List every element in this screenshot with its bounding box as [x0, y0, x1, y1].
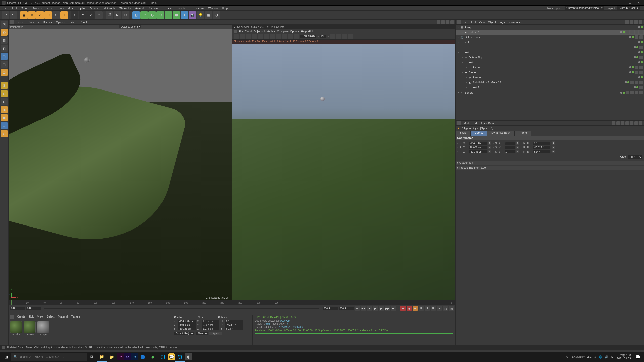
poly-mode[interactable]: ⬓ — [1, 69, 8, 76]
y-axis-toggle[interactable]: Y — [79, 11, 87, 19]
tl-key-param[interactable]: A — [437, 306, 442, 311]
photoshop-icon[interactable]: Ps — [131, 353, 138, 360]
timeline-ruler[interactable]: 0 20 40 60 80 100 120 140 160 180 200 22… — [9, 300, 455, 305]
tree-row[interactable]: ▾▭leaf — [456, 60, 644, 65]
menu-tools[interactable]: Tools — [55, 6, 66, 10]
tree-row[interactable]: ▾●Sphere — [456, 90, 644, 95]
snap-settings[interactable]: ≡ — [1, 122, 8, 129]
camera-tool[interactable]: 📷 — [189, 11, 196, 19]
obj-filter-icon[interactable] — [630, 20, 633, 24]
recent-tool[interactable]: ⊙ — [52, 11, 60, 19]
tray-chevron-icon[interactable]: ʌ — [594, 355, 596, 359]
menu-animate[interactable]: Animate — [133, 6, 147, 10]
menu-modes[interactable]: Modes — [31, 6, 44, 10]
lv-menu-materials[interactable]: Materials — [264, 30, 276, 33]
attr-input[interactable] — [469, 142, 487, 145]
lv-clay[interactable] — [282, 34, 287, 39]
obj-menu-object[interactable]: Object — [488, 21, 496, 24]
rotate-tool[interactable]: ⟲ — [44, 11, 52, 19]
vp-menu-panel[interactable]: Panel — [78, 20, 88, 24]
attr-menu-userdata[interactable]: User Data — [481, 122, 494, 125]
task-view-icon[interactable]: ⧉ — [87, 352, 97, 362]
attr-tab-dynamics[interactable]: Dynamics Body — [487, 131, 515, 136]
light-tool[interactable]: 💡 — [197, 11, 204, 19]
tl-key-more[interactable]: ▤ — [449, 306, 454, 311]
close-button[interactable]: ✕ — [635, 1, 642, 5]
workplane-mode[interactable]: ▦ — [1, 37, 8, 44]
coord-pos-z[interactable] — [178, 327, 196, 330]
attr-menu-edit[interactable]: Edit — [474, 122, 478, 125]
edge-mode[interactable]: ◫ — [1, 61, 8, 68]
tag-tool[interactable]: ◑ — [213, 11, 220, 19]
attr-freeze-section[interactable]: ▸ Freeze Transformation — [456, 166, 644, 170]
vp-nav-4[interactable] — [450, 20, 454, 24]
enable-axis[interactable]: S — [1, 82, 8, 89]
tree-row[interactable]: ▾⬢Cloner — [456, 70, 644, 75]
lv-restart[interactable] — [240, 34, 245, 39]
lv-pick-focus[interactable] — [288, 34, 293, 39]
menu-mograph[interactable]: MoGraph — [101, 6, 117, 10]
coord-size-select[interactable]: Size — [196, 332, 208, 335]
attr-input[interactable] — [469, 150, 487, 153]
lv-settings[interactable] — [258, 34, 263, 39]
perspective-viewport[interactable]: Perspective OctaneCamera ▾ y x — [9, 25, 232, 300]
tray-lang-icon[interactable]: A — [611, 355, 613, 358]
notifications-icon[interactable]: 💬 — [633, 352, 643, 362]
attr-order-select[interactable]: HPB — [628, 155, 642, 159]
object-mode[interactable]: ◧ — [1, 45, 8, 52]
obj-menu-file[interactable]: File — [464, 21, 468, 24]
menu-file[interactable]: File — [2, 6, 10, 10]
obj-more-icon[interactable] — [639, 20, 642, 24]
menu-mesh[interactable]: Mesh — [66, 6, 76, 10]
floor-tool[interactable]: ▦ — [205, 11, 212, 19]
tl-key-pla[interactable]: ⬚ — [443, 306, 448, 311]
vp-menu-display[interactable]: Display — [41, 20, 53, 24]
tree-row[interactable]: ▾●Sphere.1 — [456, 30, 644, 35]
obj-menu-bookmarks[interactable]: Bookmarks — [508, 21, 521, 24]
folder-icon[interactable]: 📁 — [107, 352, 117, 362]
lv-save[interactable] — [330, 34, 335, 39]
coord-system[interactable]: ⊕ — [95, 11, 103, 19]
spline-tool[interactable]: 〰 — [140, 11, 148, 19]
render-settings[interactable]: ⚙ — [122, 11, 129, 19]
material-thumb[interactable]: OctGlos — [24, 321, 36, 336]
tl-keyframe-sel[interactable]: ◆ — [413, 306, 418, 311]
scale-tool[interactable]: ⤢ — [36, 11, 44, 19]
tree-row[interactable]: ▾▭water — [456, 40, 644, 45]
cube-primitive[interactable]: ◧ — [132, 11, 140, 19]
vp-menu-filter[interactable]: Filter — [68, 20, 77, 24]
locked[interactable]: ⊙ — [1, 130, 8, 137]
lv-pause[interactable] — [246, 34, 251, 39]
attr-input[interactable] — [505, 142, 515, 145]
menu-tracker[interactable]: Tracker — [162, 6, 176, 10]
x-axis-toggle[interactable]: X — [71, 11, 78, 19]
nodespace-select[interactable]: Current (Standard/Physical) ▾ — [565, 6, 604, 10]
minimize-button[interactable]: ─ — [618, 1, 625, 5]
tree-row[interactable]: ▾☀OctaneSky — [456, 55, 644, 60]
tl-key-pos[interactable]: P — [419, 306, 424, 311]
coord-size-z[interactable] — [202, 327, 219, 330]
taskbar-clock[interactable]: 오후 7:50 2021-09-03 — [615, 354, 633, 360]
generator-tool[interactable]: ◐ — [148, 11, 156, 19]
tl-end-frame[interactable] — [339, 307, 354, 310]
scene-tool[interactable]: ⬍ — [181, 11, 188, 19]
tree-row[interactable]: ▾▭Plane — [456, 65, 644, 70]
vp-menu-cameras[interactable]: Cameras — [26, 20, 41, 24]
tray-volume-icon[interactable]: 🔊 — [605, 355, 608, 359]
coord-mode-select[interactable]: Object (Rel) — [174, 332, 194, 335]
menu-spline[interactable]: Spline — [76, 6, 88, 10]
model-mode[interactable]: ◳ — [1, 21, 8, 28]
liveviewer-viewport[interactable] — [232, 44, 455, 300]
menu-character[interactable]: Character — [117, 6, 133, 10]
lv-region[interactable] — [276, 34, 281, 39]
tl-play[interactable]: ▶ — [373, 306, 378, 311]
vp-nav-3[interactable] — [446, 20, 449, 24]
obj-layer-icon[interactable] — [634, 20, 638, 24]
tree-row[interactable]: ▾▭leaf — [456, 50, 644, 55]
explorer-icon[interactable]: 📁 — [97, 352, 107, 362]
menu-edit[interactable]: Edit — [10, 6, 19, 10]
render-region-2[interactable]: ▣ — [1, 114, 8, 121]
undo-button[interactable]: ↶ — [2, 11, 9, 19]
lv-menu-options[interactable]: Options — [290, 30, 300, 33]
tl-key-rot[interactable]: R — [431, 306, 436, 311]
